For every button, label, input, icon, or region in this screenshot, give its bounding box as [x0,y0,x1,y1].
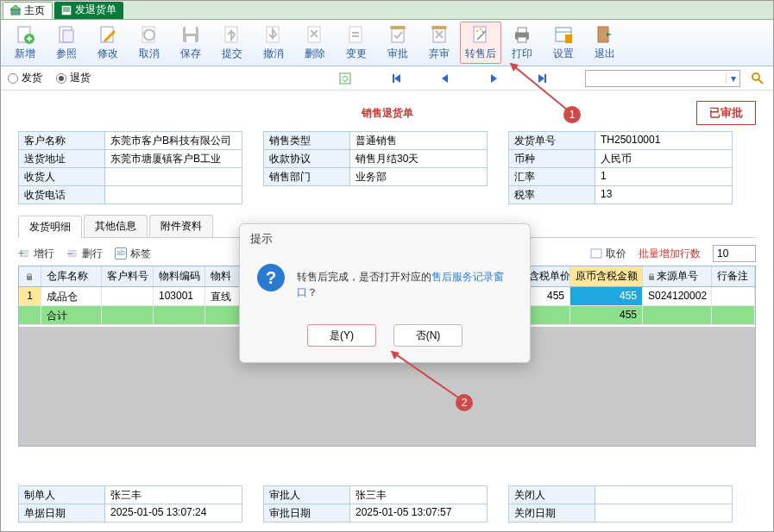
cell-warehouse[interactable]: 成品仓 [41,287,102,305]
radio-ship[interactable]: 发货 [8,71,42,85]
dialog-title: 提示 [240,224,530,253]
toolbar-submit[interactable]: 提交 [211,22,253,64]
col-rownum[interactable] [19,266,41,286]
toolbar-save[interactable]: 保存 [170,22,211,64]
radio-return[interactable]: 退货 [56,71,91,85]
rate-field[interactable]: 1 [595,167,733,186]
payment-term-field[interactable]: 销售月结30天 [349,149,488,168]
search-box[interactable]: ▾ [585,70,740,87]
nav-next[interactable] [485,70,502,87]
cell-srcdoc[interactable]: S024120002 [643,287,712,305]
toolbar-print[interactable]: 打印 [501,22,543,64]
toolbar-cancel[interactable]: 取消 [129,22,170,64]
svg-rect-44 [340,73,350,84]
receiver-field[interactable] [104,167,242,186]
svg-rect-41 [565,34,572,43]
add-row-button[interactable]: +增行 [18,247,54,261]
tab-detail-lines[interactable]: 发货明细 [18,216,82,238]
sale-type-field[interactable]: 普通销售 [349,131,488,150]
svg-rect-33 [474,27,486,42]
tax-rate-field[interactable]: 13 [595,185,733,204]
change-icon [346,24,367,45]
svg-rect-17 [186,27,196,34]
col-amount[interactable]: 原币含税金额 [570,266,643,286]
approve-date-field: 2025-01-05 13:07:57 [349,504,488,523]
toolbar-delete[interactable]: 删除 [294,22,336,64]
tag-button[interactable]: ab标签 [115,247,151,261]
del-row-button[interactable]: −删行 [66,247,103,261]
col-warehouse[interactable]: 仓库名称 [41,266,102,286]
cell-remark[interactable] [712,287,755,305]
cell-matcode[interactable]: 103001 [154,287,205,305]
toolbar-change[interactable]: 变更 [336,22,377,64]
document-icon [61,5,72,16]
toolbar-ref[interactable]: 参照 [46,22,87,64]
cell-amount[interactable]: 455 [570,287,643,305]
dialog-no-button[interactable]: 否(N) [393,324,463,347]
field-label: 客户名称 [18,131,104,150]
svg-marker-1 [10,5,21,9]
field-label: 送货地址 [18,149,104,168]
col-remark[interactable]: 行备注 [712,266,755,286]
toolbar-revoke[interactable]: 撤消 [253,22,294,64]
get-price-button[interactable]: 取价 [590,247,626,261]
sale-dept-field[interactable]: 业务部 [349,167,488,186]
tab-other-info[interactable]: 其他信息 [84,215,148,237]
dialog-yes-button[interactable]: 是(Y) [307,324,376,347]
tab-attachments[interactable]: 附件资料 [149,215,213,237]
currency-field[interactable]: 人民币 [595,149,733,168]
row-number: 1 [19,287,41,305]
create-date-field: 2025-01-05 13:07:24 [104,504,242,523]
svg-text:+: + [18,247,24,260]
receiver-phone-field[interactable] [104,185,242,204]
col-matcode[interactable]: 物料编码 [154,266,205,286]
svg-rect-30 [431,26,447,29]
doc-number-field[interactable]: TH25010001 [595,131,733,150]
form-block-customer: 客户名称东莞市客户B科技有限公司 送货地址东莞市塘厦镇客户B工业 收货人 收货电… [18,131,242,204]
field-label: 发货单号 [508,131,595,150]
batch-add-input[interactable] [713,245,756,262]
col-custmat[interactable]: 客户料号 [102,266,154,286]
toolbar-aftersale[interactable]: 转售后 [460,22,501,64]
submit-icon [222,24,242,45]
tab-current[interactable]: 发退货单 [54,2,123,19]
cell-custmat[interactable] [102,287,154,305]
svg-rect-61 [591,249,601,258]
footer-form: 制单人张三丰 单据日期2025-01-05 13:07:24 审批人张三丰 审批… [1,485,773,523]
search-input[interactable] [586,72,726,84]
del-row-icon: − [66,247,79,260]
field-label: 收款协议 [263,149,349,168]
field-label: 审批日期 [263,504,349,523]
col-srcdoc[interactable]: 来源单号 [643,266,712,286]
svg-marker-46 [394,74,400,83]
customer-name-field[interactable]: 东莞市客户B科技有限公司 [104,131,242,150]
nav-prev[interactable] [437,70,454,87]
main-toolbar: 新增 参照 修改 取消 保存 提交 撤消 删除 变更 审批 弃审 转售后 打印 … [1,20,773,66]
add-row-icon: + [18,247,30,260]
toolbar-approve[interactable]: 审批 [377,22,418,64]
cell-unitprice[interactable]: 455 [524,287,570,305]
field-label: 审批人 [263,485,349,504]
toolbar-abandon[interactable]: 弃审 [418,22,460,64]
svg-point-35 [480,28,481,30]
search-button[interactable] [749,70,766,87]
svg-rect-0 [11,9,20,15]
svg-marker-47 [442,74,448,83]
tab-home[interactable]: 主页 [3,2,53,19]
ship-address-field[interactable]: 东莞市塘厦镇客户B工业 [104,149,242,168]
nav-first[interactable] [388,70,406,87]
nav-last[interactable] [533,70,551,87]
refresh-button[interactable] [337,70,354,87]
col-unitprice[interactable]: 含税单价 [524,266,570,286]
search-dropdown-icon[interactable]: ▾ [726,72,739,84]
toolbar-settings[interactable]: 设置 [543,22,584,64]
toolbar-edit[interactable]: 修改 [87,22,129,64]
toolbar-new[interactable]: 新增 [4,22,46,64]
svg-rect-50 [544,74,546,83]
form-block-sale: 销售类型普通销售 收款协议销售月结30天 销售部门业务部 [263,131,488,204]
field-label: 关闭日期 [508,504,595,523]
radio-icon [56,73,66,84]
svg-rect-28 [390,26,406,29]
toolbar-exit[interactable]: 退出 [584,22,626,64]
save-icon [180,24,201,45]
